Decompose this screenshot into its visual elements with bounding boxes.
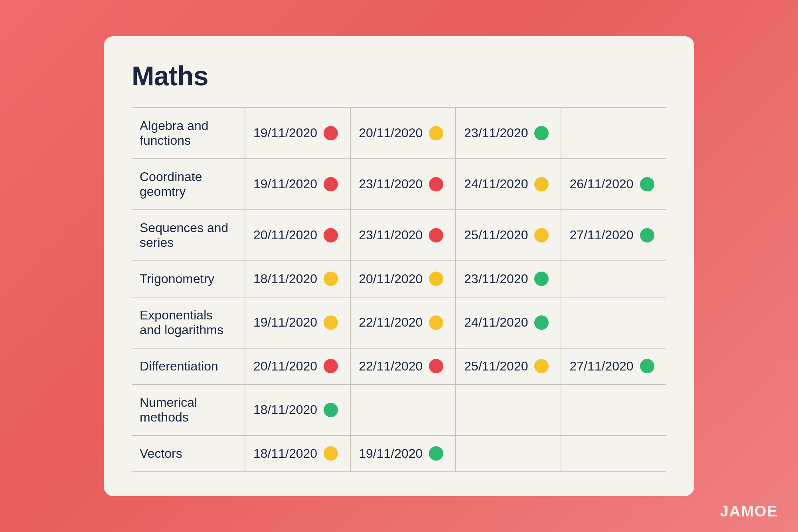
date-text: 20/11/2020	[359, 126, 423, 140]
date-text: 18/11/2020	[253, 446, 317, 461]
status-dot-green	[640, 359, 654, 373]
table-row: Differentiation20/11/202022/11/202025/11…	[132, 348, 666, 384]
date-text: 19/11/2020	[253, 126, 317, 140]
date-cell-3-0: 18/11/2020	[245, 261, 350, 297]
date-cell-6-0: 18/11/2020	[245, 384, 350, 435]
date-text: 22/11/2020	[359, 359, 423, 374]
date-cell-5-1: 22/11/2020	[350, 348, 456, 384]
date-cell-5-2: 25/11/2020	[456, 348, 561, 384]
date-cell-0-1: 20/11/2020	[350, 108, 456, 159]
date-cell-7-3	[561, 435, 666, 472]
table-row: Exponentials and logarithms19/11/202022/…	[132, 297, 666, 348]
status-dot-red	[324, 228, 338, 242]
date-text: 20/11/2020	[359, 272, 423, 286]
date-text: 19/11/2020	[253, 315, 317, 330]
date-cell-4-1: 22/11/2020	[350, 297, 456, 348]
main-card: Maths Algebra and functions19/11/202020/…	[104, 36, 694, 496]
topic-cell: Vectors	[132, 435, 245, 472]
date-cell-7-2	[456, 435, 561, 472]
topic-cell: Trigonometry	[132, 261, 245, 297]
table-row: Numerical methods18/11/2020	[132, 384, 666, 435]
date-text: 25/11/2020	[464, 228, 528, 242]
status-dot-yellow	[534, 359, 549, 373]
date-text: 23/11/2020	[464, 272, 528, 286]
status-dot-red	[324, 177, 338, 191]
date-cell-5-0: 20/11/2020	[245, 348, 350, 384]
date-cell-1-2: 24/11/2020	[456, 159, 561, 210]
date-text: 18/11/2020	[253, 402, 317, 417]
topic-cell: Differentiation	[132, 348, 245, 384]
status-dot-red	[429, 228, 443, 242]
status-dot-red	[324, 126, 338, 140]
date-text: 20/11/2020	[253, 228, 317, 242]
date-text: 24/11/2020	[464, 315, 528, 330]
date-cell-0-3	[561, 108, 666, 159]
date-cell-3-2: 23/11/2020	[456, 261, 561, 297]
topic-cell: Numerical methods	[132, 384, 245, 435]
date-text: 23/11/2020	[464, 126, 528, 140]
topic-cell: Algebra and functions	[132, 108, 245, 159]
date-cell-1-3: 26/11/2020	[561, 159, 666, 210]
topic-cell: Exponentials and logarithms	[132, 297, 245, 348]
date-text: 24/11/2020	[464, 177, 528, 191]
status-dot-green	[640, 228, 654, 242]
date-cell-2-0: 20/11/2020	[245, 210, 350, 261]
status-dot-green	[324, 403, 338, 417]
date-text: 25/11/2020	[464, 359, 528, 374]
date-text: 23/11/2020	[359, 228, 423, 242]
date-text: 18/11/2020	[253, 272, 317, 286]
date-text: 27/11/2020	[569, 228, 633, 242]
status-dot-yellow	[429, 272, 443, 286]
date-cell-2-2: 25/11/2020	[456, 210, 561, 261]
status-dot-green	[429, 446, 443, 461]
date-text: 19/11/2020	[359, 446, 423, 461]
date-cell-4-3	[561, 297, 666, 348]
status-dot-yellow	[534, 177, 549, 191]
date-cell-0-0: 19/11/2020	[245, 108, 350, 159]
date-cell-7-1: 19/11/2020	[350, 435, 456, 472]
topics-table: Algebra and functions19/11/202020/11/202…	[132, 107, 666, 472]
status-dot-red	[429, 359, 443, 373]
date-cell-4-2: 24/11/2020	[456, 297, 561, 348]
status-dot-yellow	[324, 446, 338, 461]
status-dot-yellow	[324, 315, 338, 330]
date-cell-3-1: 20/11/2020	[350, 261, 456, 297]
table-row: Vectors18/11/202019/11/2020	[132, 435, 666, 472]
date-text: 26/11/2020	[569, 177, 633, 191]
topic-cell: Sequences and series	[132, 210, 245, 261]
date-cell-2-3: 27/11/2020	[561, 210, 666, 261]
date-cell-7-0: 18/11/2020	[245, 435, 350, 472]
date-cell-6-3	[561, 384, 666, 435]
status-dot-yellow	[429, 126, 443, 140]
status-dot-green	[640, 177, 654, 191]
status-dot-yellow	[429, 315, 443, 330]
date-cell-4-0: 19/11/2020	[245, 297, 350, 348]
brand-logo: JAMOE	[720, 503, 778, 520]
date-cell-6-2	[456, 384, 561, 435]
page-title: Maths	[132, 60, 666, 91]
status-dot-red	[324, 359, 338, 373]
date-text: 19/11/2020	[253, 177, 317, 191]
table-row: Trigonometry18/11/202020/11/202023/11/20…	[132, 261, 666, 297]
table-row: Sequences and series20/11/202023/11/2020…	[132, 210, 666, 261]
status-dot-yellow	[534, 228, 549, 242]
date-text: 20/11/2020	[253, 359, 317, 374]
date-cell-6-1	[350, 384, 456, 435]
date-cell-2-1: 23/11/2020	[350, 210, 456, 261]
date-text: 22/11/2020	[359, 315, 423, 330]
date-text: 27/11/2020	[569, 359, 633, 374]
date-cell-1-0: 19/11/2020	[245, 159, 350, 210]
date-cell-1-1: 23/11/2020	[350, 159, 456, 210]
topic-cell: Coordinate geomtry	[132, 159, 245, 210]
date-cell-3-3	[561, 261, 666, 297]
status-dot-green	[534, 272, 549, 286]
date-cell-0-2: 23/11/2020	[456, 108, 561, 159]
date-text: 23/11/2020	[359, 177, 423, 191]
table-row: Coordinate geomtry19/11/202023/11/202024…	[132, 159, 666, 210]
status-dot-red	[429, 177, 443, 191]
status-dot-green	[534, 126, 549, 140]
table-row: Algebra and functions19/11/202020/11/202…	[132, 108, 666, 159]
status-dot-green	[534, 315, 549, 330]
status-dot-yellow	[324, 272, 338, 286]
date-cell-5-3: 27/11/2020	[561, 348, 666, 384]
